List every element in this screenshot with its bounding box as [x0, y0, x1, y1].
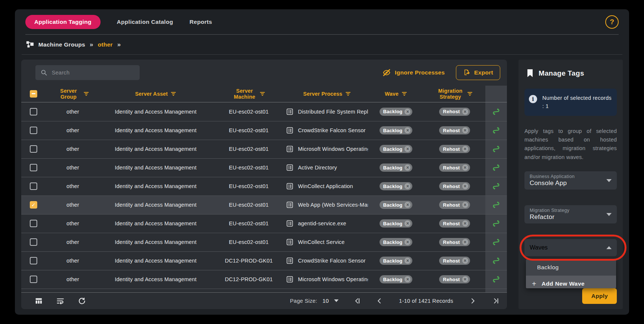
remove-wave-icon[interactable]: ×	[405, 220, 410, 226]
cell-server-asset: Identity and Access Management	[100, 165, 212, 171]
remove-wave-icon[interactable]: ×	[405, 146, 410, 152]
remove-wave-icon[interactable]: ×	[405, 183, 410, 189]
row-checkbox[interactable]	[30, 182, 37, 190]
strategy-badge: Rehost ×	[439, 257, 470, 265]
tab-application-catalog[interactable]: Application Catalog	[117, 19, 173, 25]
wave-badge: Backlog ×	[380, 126, 413, 134]
remove-wave-icon[interactable]: ×	[405, 202, 410, 208]
route-icon[interactable]	[492, 108, 500, 116]
wrap-text-icon[interactable]	[56, 297, 64, 305]
process-table-card: Ignore Processes Export	[21, 60, 507, 309]
filter-icon[interactable]	[345, 92, 351, 96]
business-application-select[interactable]: Business Application Console App	[524, 171, 617, 190]
row-checkbox[interactable]	[30, 238, 37, 246]
previous-page-button[interactable]	[376, 297, 383, 305]
breadcrumb-machine-groups[interactable]: Machine Groups	[38, 41, 85, 48]
page-size-value: 10	[323, 298, 329, 304]
table-row[interactable]: other Identity and Access Management EU-…	[21, 177, 507, 196]
remove-strategy-icon[interactable]: ×	[462, 165, 468, 171]
cell-server-asset: Identity and Access Management	[100, 146, 212, 152]
route-icon[interactable]	[492, 126, 500, 134]
route-icon[interactable]	[492, 163, 500, 172]
migration-strategy-select[interactable]: Migration Strategy Refactor	[524, 205, 617, 223]
remove-strategy-icon[interactable]: ×	[462, 127, 468, 133]
ignore-processes-button[interactable]: Ignore Processes	[382, 68, 445, 77]
waves-select[interactable]: Waves	[524, 239, 617, 256]
remove-wave-icon[interactable]: ×	[405, 109, 410, 115]
remove-strategy-icon[interactable]: ×	[462, 183, 468, 189]
remove-wave-icon[interactable]: ×	[405, 165, 410, 171]
cell-server-asset: Identity and Access Management	[100, 202, 212, 208]
row-checkbox[interactable]	[30, 220, 37, 227]
wave-badge-label: Backlog	[383, 202, 403, 208]
page-size-select[interactable]: Page Size: 10	[290, 298, 339, 304]
remove-wave-icon[interactable]: ×	[405, 258, 410, 264]
route-icon[interactable]	[492, 219, 500, 228]
table-row[interactable]: other Identity and Access Management EU-…	[21, 158, 507, 177]
help-icon[interactable]: ?	[605, 15, 619, 29]
row-checkbox[interactable]	[30, 257, 37, 264]
cell-server-process: Web App (Web Services-Management)	[298, 202, 368, 208]
remove-wave-icon[interactable]: ×	[405, 276, 410, 282]
tab-reports[interactable]: Reports	[190, 19, 212, 25]
table-row[interactable]: other Identity and Access Management DC1…	[21, 270, 507, 289]
table-row[interactable]: other Identity and Access Management EU-…	[21, 196, 507, 214]
last-page-button[interactable]	[491, 297, 499, 305]
app-window: Application Tagging Application Catalog …	[15, 9, 629, 315]
remove-wave-icon[interactable]: ×	[405, 239, 410, 245]
filter-icon[interactable]	[171, 92, 176, 96]
route-icon[interactable]	[492, 201, 500, 209]
table-row[interactable]: other Identity and Access Management EU-…	[21, 121, 507, 140]
col-server-machine: Server Machine	[233, 88, 257, 100]
remove-strategy-icon[interactable]: ×	[462, 202, 468, 208]
select-all-checkbox[interactable]	[30, 90, 37, 98]
remove-wave-icon[interactable]: ×	[405, 127, 410, 133]
row-checkbox[interactable]	[30, 164, 37, 171]
table-row[interactable]: other Identity and Access Management EU-…	[21, 102, 507, 121]
filter-icon[interactable]	[83, 92, 89, 96]
table-row[interactable]: other Identity and Access Management EU-…	[21, 233, 507, 251]
remove-strategy-icon[interactable]: ×	[462, 220, 468, 226]
next-page-button[interactable]	[469, 297, 476, 305]
table-row[interactable]: other Identity and Access Management EU-…	[21, 214, 507, 233]
strategy-badge-label: Rehost	[443, 128, 460, 133]
strategy-badge-label: Rehost	[443, 146, 460, 152]
first-page-button[interactable]	[353, 297, 361, 305]
row-checkbox[interactable]	[30, 276, 37, 283]
remove-strategy-icon[interactable]: ×	[462, 276, 468, 282]
route-icon[interactable]	[492, 238, 500, 246]
row-checkbox[interactable]	[30, 108, 37, 115]
filter-icon[interactable]	[260, 92, 265, 96]
row-checkbox[interactable]	[30, 201, 37, 209]
route-icon[interactable]	[492, 257, 500, 265]
row-checkbox[interactable]	[30, 145, 37, 153]
cell-server-group: other	[46, 202, 100, 208]
remove-strategy-icon[interactable]: ×	[462, 258, 468, 264]
route-icon[interactable]	[492, 275, 500, 283]
wave-menu-item[interactable]: Backlog	[526, 259, 616, 276]
route-icon[interactable]	[492, 145, 500, 153]
add-new-wave-item[interactable]: + Add New Wave	[526, 276, 616, 288]
remove-strategy-icon[interactable]: ×	[462, 239, 468, 245]
breadcrumb-other[interactable]: other	[98, 41, 112, 48]
wave-badge-label: Backlog	[383, 184, 403, 189]
cell-server-group: other	[46, 109, 100, 115]
table-row[interactable]: other Identity and Access Management DC1…	[21, 251, 507, 270]
tab-application-tagging[interactable]: Application Tagging	[25, 15, 101, 29]
wave-badge-label: Backlog	[383, 221, 403, 226]
remove-strategy-icon[interactable]: ×	[462, 146, 468, 152]
col-server-group: Server Group	[57, 88, 80, 100]
columns-icon[interactable]	[35, 297, 43, 305]
refresh-icon[interactable]	[78, 297, 86, 305]
table-row[interactable]: other Identity and Access Management EU-…	[21, 140, 507, 158]
cell-server-asset: Identity and Access Management	[100, 276, 212, 282]
apply-button[interactable]: Apply	[582, 288, 617, 304]
export-button[interactable]: Export	[456, 65, 500, 80]
filter-icon[interactable]	[402, 92, 407, 96]
route-icon[interactable]	[492, 182, 500, 190]
filter-icon[interactable]	[467, 92, 473, 96]
row-checkbox[interactable]	[30, 127, 37, 134]
remove-strategy-icon[interactable]: ×	[462, 109, 468, 115]
strategy-badge-label: Rehost	[443, 277, 460, 282]
search-input[interactable]	[52, 70, 134, 76]
